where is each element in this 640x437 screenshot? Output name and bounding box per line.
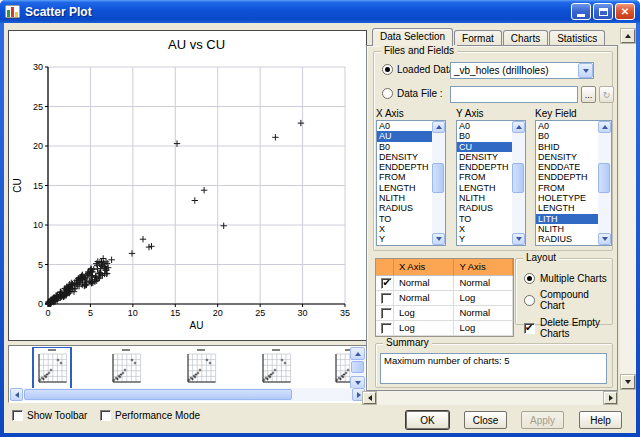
list-item-b0[interactable]: B0 <box>457 131 512 141</box>
list-item-a0[interactable]: A0 <box>377 121 432 131</box>
tab-statistics[interactable]: Statistics <box>549 30 605 46</box>
scrollbar-thumb[interactable] <box>512 163 524 193</box>
show-toolbar-option[interactable]: Show Toolbar <box>12 410 87 421</box>
help-button[interactable]: Help <box>579 411 622 429</box>
loaded-data-combobox[interactable]: _vb_holes (drillholes) <box>450 62 594 79</box>
list-item-bhid[interactable]: BHID <box>536 142 598 152</box>
refresh-button[interactable]: ↻ <box>599 86 614 103</box>
compound-chart-radio[interactable] <box>524 295 535 306</box>
row-checkbox[interactable] <box>381 278 392 289</box>
combobox-drop-button[interactable] <box>578 63 593 78</box>
list-item-nlith[interactable]: NLITH <box>377 193 432 203</box>
delete-empty-charts-checkbox[interactable] <box>524 323 535 334</box>
key-field-listbox[interactable]: A0B0BHIDDENSITYENDDATEENDDEPTHFROMHOLETY… <box>535 120 612 246</box>
list-item-lith[interactable]: LITH <box>536 214 598 224</box>
thumbnail-au-vs-cu[interactable]: AU vs CU <box>18 348 86 389</box>
close-button[interactable]: ✕ <box>615 3 635 20</box>
data-file-option[interactable]: Data File : <box>382 88 443 99</box>
thumbnail-vertical-scrollbar[interactable] <box>350 347 365 389</box>
multiple-charts-radio[interactable] <box>524 273 535 284</box>
list-item-y[interactable]: Y <box>377 234 432 244</box>
listbox-scrollbar[interactable] <box>598 121 611 245</box>
list-item-length[interactable]: LENGTH <box>377 183 432 193</box>
performance-mode-option[interactable]: Performance Mode <box>100 410 200 421</box>
listbox-scrollbar[interactable] <box>432 121 445 245</box>
scroll-up-button[interactable] <box>432 121 445 133</box>
browse-button[interactable]: ... <box>581 86 596 103</box>
scroll-down-button[interactable] <box>512 233 525 245</box>
thumbnail-au-vs-cu-lith-breccia[interactable]: AU vs CU LITH Breccia <box>167 348 235 389</box>
list-item-density[interactable]: DENSITY <box>377 152 432 162</box>
scroll-up-button[interactable] <box>598 121 611 133</box>
row-checkbox[interactable] <box>381 323 392 334</box>
listbox-scrollbar[interactable] <box>512 121 525 245</box>
scrollbar-thumb[interactable] <box>351 361 364 373</box>
list-item-enddate[interactable]: ENDDATE <box>536 162 598 172</box>
scroll-up-button[interactable] <box>350 347 365 360</box>
row-check-cell[interactable] <box>376 321 394 336</box>
list-item-x[interactable]: X <box>377 224 432 234</box>
list-item-enddepth[interactable]: ENDDEPTH <box>457 162 512 172</box>
show-toolbar-checkbox[interactable] <box>12 410 23 421</box>
list-item-to[interactable]: TO <box>457 214 512 224</box>
list-item-b0[interactable]: B0 <box>536 131 598 141</box>
minimize-button[interactable] <box>571 3 591 20</box>
list-item-radius[interactable]: RADIUS <box>536 234 598 244</box>
scroll-down-button[interactable] <box>432 233 445 245</box>
scroll-right-button[interactable] <box>604 392 617 404</box>
row-check-cell[interactable] <box>376 306 394 321</box>
panel-vertical-scrollbar[interactable] <box>620 28 636 390</box>
row-checkbox[interactable] <box>381 308 392 319</box>
scroll-down-button[interactable] <box>598 233 611 245</box>
list-item-enddepth[interactable]: ENDDEPTH <box>377 162 432 172</box>
thumbnail-horizontal-scrollbar[interactable] <box>10 388 365 401</box>
list-item-radius[interactable]: RADIUS <box>377 203 432 213</box>
maximize-button[interactable] <box>593 3 613 20</box>
list-item-density[interactable]: DENSITY <box>457 152 512 162</box>
tab-data-selection[interactable]: Data Selection <box>372 28 453 46</box>
list-item-b0[interactable]: B0 <box>377 142 432 152</box>
scrollbar-thumb[interactable] <box>432 163 444 193</box>
list-item-enddepth[interactable]: ENDDEPTH <box>536 172 598 182</box>
list-item-x[interactable]: X <box>457 224 512 234</box>
list-item-density[interactable]: DENSITY <box>536 152 598 162</box>
close-button[interactable]: Close <box>464 411 507 429</box>
scroll-down-button[interactable] <box>621 375 635 389</box>
row-checkbox[interactable] <box>381 293 392 304</box>
list-item-from[interactable]: FROM <box>377 172 432 182</box>
thumbnail-au-vs-silt[interactable]: AU vs Silt <box>315 348 351 389</box>
data-file-radio[interactable] <box>382 88 393 99</box>
scroll-left-button[interactable] <box>363 392 376 404</box>
scroll-up-button[interactable] <box>621 29 635 43</box>
panel-horizontal-scrollbar[interactable] <box>362 391 618 405</box>
list-item-a0[interactable]: A0 <box>457 121 512 131</box>
data-file-input[interactable] <box>450 86 578 103</box>
option-delete-empty-charts[interactable]: Delete Empty Charts <box>524 317 612 339</box>
scrollbar-thumb[interactable] <box>598 163 610 193</box>
thumbnail-au-vs-cu-lith-basalt[interactable]: AU vs CU LITH Basalt <box>92 348 160 389</box>
row-check-cell[interactable] <box>376 291 394 306</box>
performance-mode-checkbox[interactable] <box>100 410 111 421</box>
list-item-length[interactable]: LENGTH <box>536 203 598 213</box>
scrollbar-thumb[interactable] <box>24 389 292 400</box>
list-item-from[interactable]: FROM <box>457 172 512 182</box>
list-item-holetype[interactable]: HOLETYPE <box>536 193 598 203</box>
list-item-a0[interactable]: A0 <box>536 121 598 131</box>
list-item-nlith[interactable]: NLITH <box>457 193 512 203</box>
tab-format[interactable]: Format <box>454 30 502 46</box>
list-item-from[interactable]: FROM <box>536 183 598 193</box>
thumbnail-au-vs-cu-lith-sandstone[interactable]: AU vs CU LITH Sandstone <box>242 348 310 389</box>
loaded-data-option[interactable]: Loaded Data : <box>382 64 460 75</box>
list-item-nlith[interactable]: NLITH <box>536 224 598 234</box>
row-check-cell[interactable] <box>376 276 394 291</box>
title-bar[interactable]: Scatter Plot ✕ <box>0 0 640 23</box>
loaded-data-radio[interactable] <box>382 64 393 75</box>
scroll-up-button[interactable] <box>512 121 525 133</box>
option-compound-chart[interactable]: Compound Chart <box>524 289 612 311</box>
list-item-radius[interactable]: RADIUS <box>457 203 512 213</box>
list-item-au[interactable]: AU <box>377 131 432 141</box>
scroll-left-button[interactable] <box>10 388 23 401</box>
list-item-y[interactable]: Y <box>457 234 512 244</box>
x-axis-listbox[interactable]: A0AUB0DENSITYENDDEPTHFROMLENGTHNLITHRADI… <box>376 120 446 246</box>
option-multiple-charts[interactable]: Multiple Charts <box>524 273 612 284</box>
